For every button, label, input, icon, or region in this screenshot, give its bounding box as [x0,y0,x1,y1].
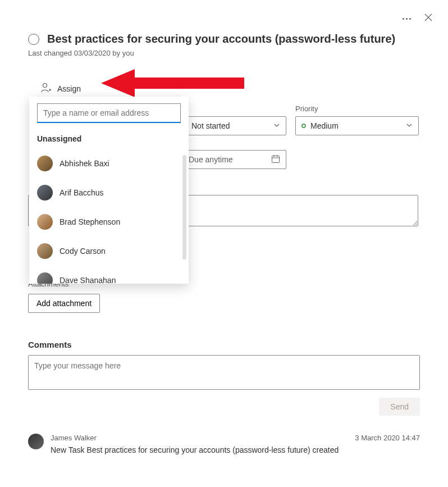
person-name: Arif Bacchus [60,188,104,197]
complete-task-checkbox[interactable] [28,34,39,45]
comments-heading: Comments [28,340,420,349]
comment-timestamp: 3 March 2020 14:47 [355,434,420,442]
priority-field: Priority Medium [295,104,419,135]
person-option[interactable]: Abhishek Baxi [29,149,189,178]
avatar [37,214,53,230]
person-add-icon [40,82,52,95]
svg-rect-6 [272,156,280,162]
person-option[interactable]: Dave Shanahan [29,266,189,284]
priority-select[interactable]: Medium [295,116,419,135]
person-name: Dave Shanahan [60,276,116,284]
task-title[interactable]: Best practices for securing your account… [47,33,395,45]
avatar [28,434,44,449]
comment-input[interactable] [28,355,420,390]
person-option[interactable]: Cody Carson [29,236,189,266]
comment-item: James Walker 3 March 2020 14:47 New Task… [28,434,420,454]
comment-author: James Walker [51,434,97,442]
chevron-down-icon [406,121,413,130]
person-option[interactable]: Arif Bacchus [29,178,189,207]
person-name: Brad Stephenson [60,217,120,226]
chevron-down-icon [273,121,280,130]
calendar-icon [271,154,280,165]
unassigned-option[interactable]: Unassigned [29,129,189,149]
avatar [37,156,53,171]
priority-value: Medium [310,121,339,130]
person-name: Cody Carson [60,247,106,256]
add-attachment-button[interactable]: Add attachment [28,294,100,313]
assign-dropdown: Unassigned Abhishek Baxi Arif Bacchus Br… [29,97,189,284]
last-changed-text: Last changed 03/03/2020 by you [28,49,420,57]
person-name: Abhishek Baxi [60,159,109,168]
avatar [37,185,53,201]
avatar [37,243,53,259]
assign-search-input[interactable] [37,103,181,123]
person-option[interactable]: Brad Stephenson [29,207,189,236]
comment-text: New Task Best practices for securing you… [51,445,420,454]
more-options-button[interactable] [400,16,413,22]
priority-indicator-icon [301,124,306,128]
send-button[interactable]: Send [379,398,420,416]
close-button[interactable] [422,11,435,26]
priority-label: Priority [295,104,419,113]
assign-label: Assign [57,84,81,93]
avatar [37,272,53,284]
close-icon [424,13,432,21]
scrollbar[interactable] [182,155,186,260]
assign-button[interactable]: Assign [40,82,420,95]
svg-point-2 [43,84,47,88]
